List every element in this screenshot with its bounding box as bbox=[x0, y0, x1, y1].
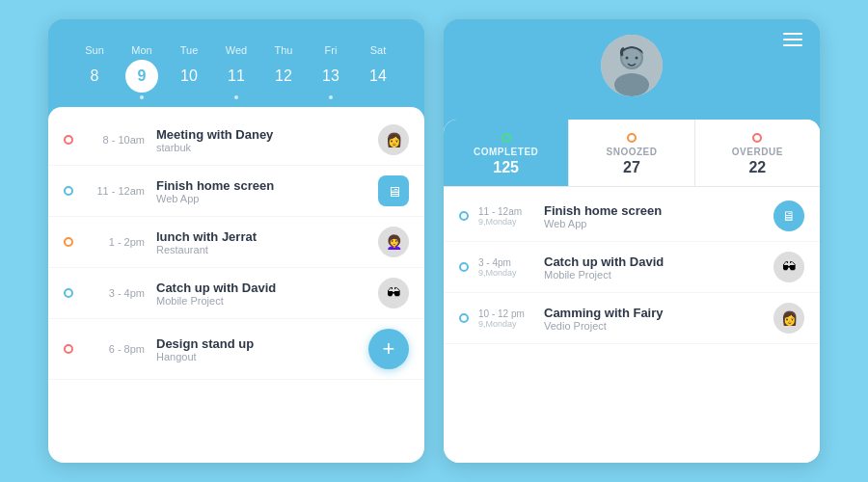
right-event-info: Camming with Fairy Vedio Project bbox=[544, 306, 764, 332]
event-time: 1 - 2pm bbox=[85, 236, 145, 248]
event-info: Meeting with Daney starbuk bbox=[156, 127, 366, 153]
day-col-mon[interactable]: Mon 9 bbox=[119, 44, 165, 99]
event-time: 11 - 12am bbox=[85, 185, 145, 197]
stat-box-completed[interactable]: COMPLETED 125 bbox=[444, 120, 569, 186]
right-event-dot bbox=[459, 211, 469, 221]
stat-dot bbox=[627, 133, 637, 143]
profile-image bbox=[601, 35, 663, 96]
hamburger-menu[interactable] bbox=[783, 33, 802, 46]
svg-point-3 bbox=[622, 48, 641, 67]
event-info: lunch with Jerrat Restaurant bbox=[156, 229, 366, 255]
avatar: 👩 bbox=[378, 124, 409, 155]
right-event-time: 11 - 12am bbox=[478, 206, 534, 217]
right-event-item[interactable]: 10 - 12 pm 9,Monday Camming with Fairy V… bbox=[444, 293, 820, 344]
left-panel: Sun 8 Mon 9 Tue 10 Wed 11 Thu 12 Fri 13 … bbox=[48, 19, 424, 463]
stat-label: OVERDUE bbox=[732, 147, 783, 157]
right-event-info: Catch up with David Mobile Project bbox=[544, 254, 764, 281]
event-info: Design stand up Hangout bbox=[156, 336, 357, 362]
event-title: Meeting with Daney bbox=[156, 127, 366, 142]
stat-dot bbox=[502, 133, 511, 143]
right-event-subtitle: Web App bbox=[544, 218, 764, 229]
right-event-time-block: 3 - 4pm 9,Monday bbox=[478, 257, 534, 278]
day-name: Tue bbox=[180, 44, 199, 56]
right-avatar: 👩 bbox=[773, 303, 804, 334]
svg-point-5 bbox=[636, 57, 638, 60]
right-event-item[interactable]: 3 - 4pm 9,Monday Catch up with David Mob… bbox=[444, 242, 820, 293]
event-title: Finish home screen bbox=[156, 178, 366, 193]
day-name: Sun bbox=[85, 44, 104, 56]
day-dot bbox=[329, 95, 333, 99]
right-event-time: 10 - 12 pm bbox=[478, 308, 534, 319]
day-name: Fri bbox=[325, 44, 338, 56]
event-subtitle: Mobile Project bbox=[156, 295, 366, 307]
avatar: 🕶 bbox=[378, 278, 409, 308]
profile-avatar bbox=[601, 35, 663, 96]
stat-dot bbox=[752, 133, 762, 143]
right-event-time: 3 - 4pm bbox=[478, 257, 534, 268]
day-col-wed[interactable]: Wed 11 bbox=[213, 44, 259, 99]
event-time: 8 - 10am bbox=[85, 134, 145, 146]
right-event-time-block: 11 - 12am 9,Monday bbox=[478, 206, 534, 227]
right-panel: COMPLETED 125 SNOOZED 27 OVERDUE 22 11 -… bbox=[444, 19, 820, 463]
stat-box-snoozed[interactable]: SNOOZED 27 bbox=[569, 120, 694, 186]
day-name: Sat bbox=[370, 44, 387, 56]
day-dot bbox=[140, 95, 144, 99]
right-event-date: 9,Monday bbox=[478, 319, 534, 329]
day-col-tue[interactable]: Tue 10 bbox=[166, 44, 212, 99]
right-event-time-block: 10 - 12 pm 9,Monday bbox=[478, 308, 534, 329]
right-event-date: 9,Monday bbox=[478, 217, 534, 227]
event-item[interactable]: 3 - 4pm Catch up with David Mobile Proje… bbox=[48, 268, 424, 319]
svg-point-2 bbox=[614, 73, 649, 96]
right-event-title: Catch up with David bbox=[544, 254, 764, 269]
add-button[interactable]: + bbox=[368, 329, 409, 369]
right-event-item[interactable]: 11 - 12am 9,Monday Finish home screen We… bbox=[444, 191, 820, 242]
events-list: 8 - 10am Meeting with Daney starbuk 👩 11… bbox=[48, 107, 424, 463]
day-col-thu[interactable]: Thu 12 bbox=[260, 44, 307, 99]
day-name: Mon bbox=[131, 44, 151, 56]
avatar: 👩‍🦱 bbox=[378, 227, 409, 257]
day-number: 8 bbox=[78, 60, 111, 93]
event-item[interactable]: 1 - 2pm lunch with Jerrat Restaurant 👩‍🦱 bbox=[48, 217, 424, 268]
event-title: Catch up with David bbox=[156, 281, 366, 295]
stats-row: COMPLETED 125 SNOOZED 27 OVERDUE 22 bbox=[444, 120, 820, 187]
event-subtitle: starbuk bbox=[156, 142, 366, 153]
stat-number: 22 bbox=[748, 159, 766, 176]
svg-point-4 bbox=[626, 57, 629, 60]
day-number: 13 bbox=[314, 60, 347, 93]
event-title: lunch with Jerrat bbox=[156, 229, 366, 244]
days-row: Sun 8 Mon 9 Tue 10 Wed 11 Thu 12 Fri 13 … bbox=[68, 44, 405, 99]
event-time: 3 - 4pm bbox=[85, 287, 145, 299]
day-number: 11 bbox=[220, 60, 253, 93]
event-item[interactable]: 8 - 10am Meeting with Daney starbuk 👩 bbox=[48, 115, 424, 166]
stat-box-overdue[interactable]: OVERDUE 22 bbox=[695, 120, 820, 186]
event-subtitle: Hangout bbox=[156, 351, 357, 362]
stat-label: SNOOZED bbox=[607, 147, 658, 157]
day-col-fri[interactable]: Fri 13 bbox=[308, 44, 354, 99]
day-name: Wed bbox=[226, 44, 247, 56]
day-name: Thu bbox=[275, 44, 293, 56]
web-icon: 🖥 bbox=[378, 175, 409, 206]
event-item[interactable]: 6 - 8pm Design stand up Hangout + bbox=[48, 319, 424, 380]
day-col-sun[interactable]: Sun 8 bbox=[71, 44, 118, 99]
day-number: 10 bbox=[173, 60, 205, 93]
right-event-dot bbox=[459, 262, 469, 272]
event-dot bbox=[64, 186, 73, 196]
right-event-title: Camming with Fairy bbox=[544, 306, 764, 320]
right-event-info: Finish home screen Web App bbox=[544, 203, 764, 229]
right-event-subtitle: Vedio Project bbox=[544, 320, 764, 332]
right-events-list: 11 - 12am 9,Monday Finish home screen We… bbox=[444, 187, 820, 463]
day-col-sat[interactable]: Sat 14 bbox=[355, 44, 401, 99]
right-content: COMPLETED 125 SNOOZED 27 OVERDUE 22 11 -… bbox=[444, 120, 820, 463]
right-web-icon: 🖥 bbox=[773, 201, 804, 231]
right-event-subtitle: Mobile Project bbox=[544, 269, 764, 281]
day-dot bbox=[234, 95, 238, 99]
event-dot bbox=[64, 135, 73, 145]
right-event-dot bbox=[459, 313, 469, 323]
event-dot bbox=[64, 344, 73, 354]
event-info: Finish home screen Web App bbox=[156, 178, 366, 204]
stat-number: 125 bbox=[493, 159, 519, 176]
event-item[interactable]: 11 - 12am Finish home screen Web App 🖥 bbox=[48, 166, 424, 217]
day-number: 9 bbox=[125, 60, 158, 93]
event-time: 6 - 8pm bbox=[85, 343, 145, 355]
day-number: 12 bbox=[267, 60, 300, 93]
